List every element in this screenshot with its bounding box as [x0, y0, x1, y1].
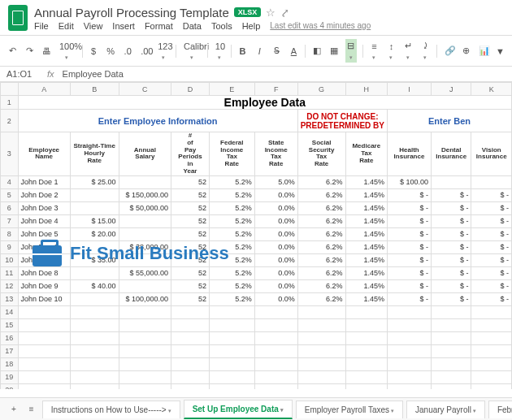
toolbar: ↶ ↷ 🖶 100% $ % .0 .00 123 Calibri 10 B I…: [0, 35, 512, 67]
italic-icon[interactable]: I: [254, 45, 265, 58]
formula-input[interactable]: Employee Data: [63, 69, 124, 79]
print-icon[interactable]: 🖶: [41, 45, 52, 58]
sheets-icon[interactable]: [8, 5, 28, 31]
menu-help[interactable]: Help: [242, 21, 261, 31]
last-edit[interactable]: Last edit was 4 minutes ago: [270, 21, 371, 31]
merge-icon[interactable]: ⊟: [345, 39, 357, 63]
zoom-select[interactable]: 100%: [58, 40, 76, 63]
sheet-tabs: + ≡ Instructions on How to Use-----> Set…: [0, 397, 512, 420]
spreadsheet-grid[interactable]: ABCDEFGHIJK1Employee Data2Enter Employee…: [0, 82, 512, 389]
star-icon[interactable]: ☆: [266, 6, 276, 19]
cell-reference[interactable]: A1:O1: [7, 69, 39, 79]
doc-title[interactable]: Annual Payroll Processing Template: [34, 6, 229, 19]
borders-icon[interactable]: ▦: [328, 44, 340, 58]
watermark-logo: Fit Small Business: [33, 240, 229, 266]
tab-january[interactable]: January Payroll: [406, 401, 485, 418]
text-color-icon[interactable]: A: [288, 45, 299, 58]
tab-february[interactable]: February Payroll: [488, 401, 512, 418]
chart-icon[interactable]: 📊: [477, 44, 488, 58]
menubar: File Edit View Insert Format Data Tools …: [34, 21, 504, 31]
menu-file[interactable]: File: [34, 21, 49, 31]
halign-icon[interactable]: ≡: [368, 40, 380, 63]
undo-icon[interactable]: ↶: [7, 44, 18, 58]
logo-text: Fit Small Business: [70, 243, 229, 264]
menu-insert[interactable]: Insert: [112, 21, 135, 31]
size-select[interactable]: 10: [214, 40, 225, 63]
all-sheets-button[interactable]: ≡: [24, 401, 39, 417]
tab-instructions[interactable]: Instructions on How to Use----->: [42, 401, 180, 418]
font-select[interactable]: Calibri: [182, 40, 202, 63]
currency-icon[interactable]: $: [88, 45, 99, 58]
tab-employer-taxes[interactable]: Employer Payroll Taxes: [296, 401, 403, 418]
percent-icon[interactable]: %: [105, 45, 116, 58]
rotate-icon[interactable]: ⤸: [419, 39, 431, 63]
menu-format[interactable]: Format: [145, 21, 173, 31]
header: Annual Payroll Processing Template XLSX …: [0, 0, 512, 32]
briefcase-icon: [33, 245, 62, 266]
filter-icon[interactable]: ▼: [494, 45, 505, 58]
bold-icon[interactable]: B: [236, 45, 248, 58]
valign-icon[interactable]: ↕: [385, 40, 397, 63]
formula-bar: A1:O1 fx Employee Data: [0, 67, 512, 82]
menu-tools[interactable]: Tools: [211, 21, 232, 31]
comment-icon[interactable]: ⊕: [460, 44, 471, 58]
format-select[interactable]: 123: [156, 40, 170, 63]
menu-edit[interactable]: Edit: [59, 21, 74, 31]
fill-icon[interactable]: ◧: [311, 44, 323, 58]
dec-more-icon[interactable]: .00: [139, 45, 150, 58]
move-icon[interactable]: ⤤: [280, 6, 289, 19]
tab-employee-data[interactable]: Set Up Employee Data: [184, 400, 293, 419]
format-badge: XLSX: [234, 7, 262, 17]
add-sheet-button[interactable]: +: [7, 401, 21, 417]
menu-view[interactable]: View: [84, 21, 103, 31]
menu-data[interactable]: Data: [183, 21, 202, 31]
dec-less-icon[interactable]: .0: [122, 45, 133, 58]
link-icon[interactable]: 🔗: [443, 44, 454, 58]
wrap-icon[interactable]: ↵: [402, 39, 414, 63]
redo-icon[interactable]: ↷: [24, 44, 35, 58]
fx-label: fx: [47, 69, 54, 79]
strike-icon[interactable]: S̶: [271, 44, 282, 58]
